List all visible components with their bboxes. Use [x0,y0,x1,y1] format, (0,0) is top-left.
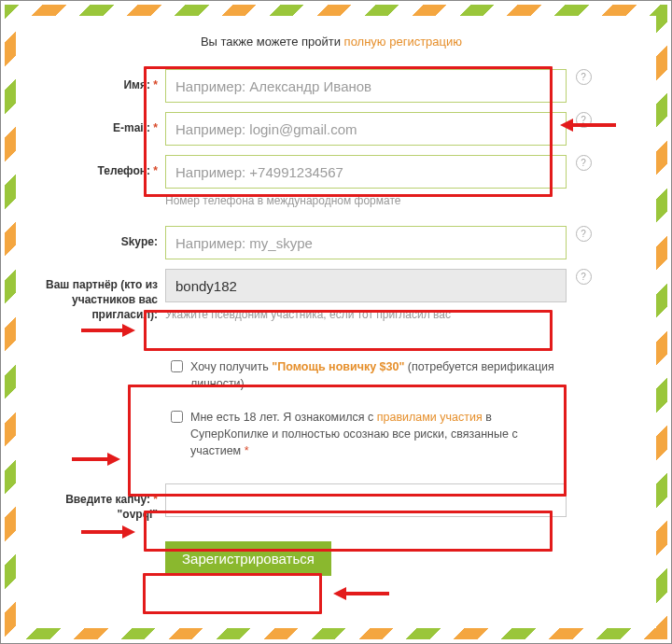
phone-input[interactable] [165,155,567,189]
intro-text: Вы также можете пройти полную регистраци… [44,35,619,49]
label-partner: Ваш партнёр (кто из участников вас пригл… [44,269,165,323]
row-captcha: Введите капчу: * "ovpqi" [44,483,619,522]
email-input[interactable] [165,112,567,146]
label-name: Имя: * [44,69,165,92]
row-phone: Телефон: * Номер телефона в международно… [44,155,619,207]
help-icon[interactable]: ? [576,112,592,128]
annotation-arrow [333,587,389,600]
intro-before: Вы также можете пройти [201,35,344,49]
bonus-highlight: "Помощь новичку $30" [272,360,404,373]
bonus-check-row[interactable]: Хочу получить "Помощь новичку $30" (потр… [171,358,561,392]
help-icon[interactable]: ? [576,155,592,171]
partner-hint: Укажите псевдоним участника, если тот пр… [165,308,567,321]
label-captcha: Введите капчу: * "ovpqi" [44,483,165,522]
bonus-checkbox[interactable] [171,360,183,372]
full-registration-link[interactable]: полную регистрацию [344,35,462,49]
screenshot-canvas: Вы также можете пройти полную регистраци… [0,0,672,644]
phone-hint: Номер телефона в международном формате [165,194,567,207]
help-icon[interactable]: ? [576,269,592,285]
help-icon[interactable]: ? [576,226,592,242]
required-mark: * [245,444,249,457]
name-input[interactable] [165,69,567,103]
checkbox-group: Хочу получить "Помощь новичку $30" (потр… [165,342,567,484]
age-checkbox[interactable] [171,411,183,423]
label-skype: Skype: [44,226,165,249]
bonus-text: Хочу получить "Помощь новичку $30" (потр… [190,358,561,392]
required-mark: * [153,493,158,506]
required-mark: * [153,78,158,91]
age-text: Мне есть 18 лет. Я ознакомился с правила… [190,409,561,459]
row-name: Имя: * ? [44,69,619,103]
age-check-row[interactable]: Мне есть 18 лет. Я ознакомился с правила… [171,409,561,459]
label-phone: Телефон: * [44,155,165,178]
submit-button[interactable]: Зарегистрироваться [165,541,331,576]
striped-frame: Вы также можете пройти полную регистраци… [5,5,667,639]
row-email: E-mail: * ? [44,112,619,146]
row-skype: Skype: ? [44,226,619,259]
skype-input[interactable] [165,226,567,259]
form-panel: Вы также можете пройти полную регистраци… [16,16,656,628]
required-mark: * [153,121,158,134]
help-icon[interactable]: ? [576,69,592,85]
captcha-input[interactable] [165,483,567,517]
annotation-box [143,573,322,614]
required-mark: * [153,164,158,177]
row-partner: Ваш партнёр (кто из участников вас пригл… [44,269,619,323]
rules-link[interactable]: правилами участия [377,411,483,424]
label-email: E-mail: * [44,112,165,135]
annotation-arrow [72,453,120,466]
partner-input[interactable] [165,269,567,302]
